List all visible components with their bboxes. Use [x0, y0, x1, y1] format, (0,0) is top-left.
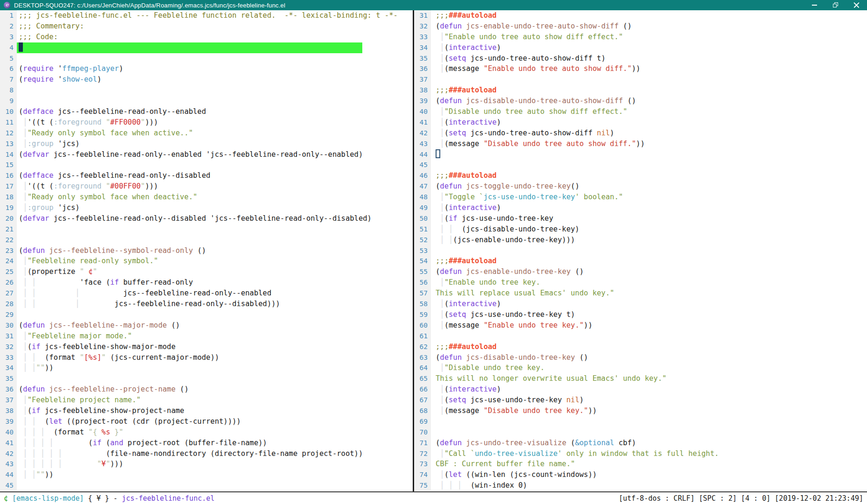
code-line: 28 │ │ │ jcs--feebleline-read-only--disa…	[0, 299, 413, 309]
code-segment: defun	[23, 385, 45, 393]
code-segment: "Disable undo tree auto show diff."	[484, 140, 636, 148]
code-segment: "	[141, 118, 145, 126]
indent-guide: │	[19, 267, 28, 276]
code-line: 45	[414, 160, 867, 170]
code-segment: jcs--feebleline-read-only--disabled)))	[80, 300, 280, 308]
indent-guide: │	[436, 107, 444, 116]
code-line: 70	[414, 427, 867, 438]
indent-guide: │	[436, 129, 444, 137]
code-line: 1;;; jcs-feebleline-func.el --- Feebleli…	[0, 10, 413, 21]
code-segment: jcs--feebleline-read-only--enabled	[80, 289, 272, 297]
code-line: 17 │'((t (:foreground "#00FF00")))	[0, 181, 413, 192]
code-segment: )	[497, 385, 501, 393]
line-number: 68	[414, 406, 431, 416]
line-number: 64	[414, 363, 431, 373]
code-text: │(if jcs-feebleline-show-project-name	[17, 406, 413, 416]
code-line: 62;;;###autoload	[414, 342, 867, 352]
line-number: 18	[0, 192, 17, 203]
code-line: 73CBF : Current buffer file name."	[414, 459, 867, 469]
minimize-button[interactable]	[804, 0, 825, 10]
code-segment: ¢	[88, 267, 92, 276]
code-segment: "	[80, 353, 84, 362]
line-number: 42	[0, 448, 17, 459]
code-segment: "Ready only symbol face when deactive."	[28, 193, 197, 201]
code-text: │ │ 'face (if buffer-read-only	[17, 277, 413, 288]
code-line: 61	[414, 331, 867, 342]
line-number: 51	[414, 224, 431, 235]
code-text	[17, 480, 413, 491]
line-number: 45	[0, 480, 17, 491]
indent-guide: │ │ │ │	[19, 439, 54, 447]
echo-segment: ¢	[4, 494, 8, 503]
code-line: 3;;; Code:	[0, 32, 413, 42]
code-segment: undo-tree-visualize	[475, 449, 557, 458]
editor-pane-right[interactable]: 31;;;###autoload32(defun jcs-enable-undo…	[414, 10, 867, 491]
code-segment: ;;; Commentary:	[19, 22, 84, 30]
code-text: (defvar jcs--feebleline-read-only--enabl…	[17, 149, 413, 160]
titlebar[interactable]: e DESKTOP-5QUO247: c:/Users/JenChieh/App…	[0, 0, 867, 10]
code-line: 66 │(interactive)	[414, 384, 867, 395]
indent-guide: │	[436, 310, 444, 319]
line-number: 34	[0, 363, 17, 373]
code-segment: ###autoload	[449, 257, 497, 265]
code-segment: "	[80, 267, 89, 276]
line-number: 39	[414, 96, 431, 106]
line-number: 25	[0, 266, 17, 277]
code-segment: defun	[440, 267, 462, 276]
code-segment: let	[49, 417, 62, 426]
code-segment: require	[23, 64, 53, 73]
code-text: │ │(jcs-enable-undo-tree-key)))	[431, 235, 867, 245]
code-text: │(if jcs-feebleline-show-major-mode	[17, 342, 413, 352]
code-text: │ │ (format "[%s]" (jcs-current-major-mo…	[17, 352, 413, 363]
code-line: 32(defun jcs-enable-undo-tree-auto-show-…	[414, 21, 867, 32]
line-number: 19	[0, 203, 17, 213]
code-segment: "Feebleline read-only symbol."	[28, 257, 158, 265]
indent-guide: │ │	[19, 364, 36, 372]
code-text: │"Enable undo tree auto show diff effect…	[431, 32, 867, 42]
indent-guide: │ │	[436, 236, 453, 244]
line-number: 17	[0, 181, 17, 192]
code-line: 37	[414, 74, 867, 85]
code-text: │(message "Disable undo tree auto show d…	[431, 139, 867, 149]
code-segment: ()	[575, 353, 588, 362]
restore-button[interactable]	[825, 0, 846, 10]
code-segment: &optional	[575, 439, 614, 447]
code-text: │(setq jcs-use-undo-tree-key nil)	[431, 395, 867, 406]
restore-icon	[833, 2, 839, 8]
code-segment	[62, 460, 97, 468]
emacs-icon: e	[4, 2, 10, 8]
code-line: 75 │ │ │ (win-index 0)	[414, 480, 867, 491]
code-text	[17, 85, 413, 96]
indent-guide: │	[19, 257, 28, 265]
code-segment: (	[444, 385, 449, 393]
line-number: 40	[414, 106, 431, 117]
line-number: 4	[0, 42, 17, 53]
line-number: 61	[414, 331, 431, 342]
code-line: 8	[0, 85, 413, 96]
code-segment: (format	[36, 353, 79, 362]
code-text: ;;;###autoload	[431, 170, 867, 181]
code-segment: "	[93, 267, 97, 276]
line-number: 5	[0, 53, 17, 64]
line-number: 29	[0, 309, 17, 320]
line-number: 65	[414, 373, 431, 384]
code-line: 25 │(propertize " ¢"	[0, 266, 413, 277]
line-number: 11	[0, 117, 17, 128]
code-segment: ""	[36, 364, 45, 372]
window-controls	[804, 0, 867, 10]
indent-guide: │ │ │	[19, 428, 45, 436]
code-line: 52 │ │(jcs-enable-undo-tree-key)))	[414, 235, 867, 245]
line-number: 26	[0, 277, 17, 288]
close-button[interactable]	[846, 0, 867, 10]
code-segment: "{	[88, 428, 101, 436]
editor-pane-left[interactable]: 1;;; jcs-feebleline-func.el --- Feebleli…	[0, 10, 413, 491]
code-segment: interactive	[449, 385, 497, 393]
code-segment	[462, 439, 466, 447]
code-segment: jcs--feebleline-read-only--enabled 'jcs-…	[49, 150, 363, 159]
indent-guide: │ │ │	[436, 481, 462, 490]
code-segment: ;;;	[436, 86, 449, 94]
code-line: 33 │"Enable undo tree auto show diff eff…	[414, 32, 867, 42]
line-number: 41	[414, 117, 431, 128]
line-number: 31	[414, 10, 431, 21]
code-text: This will replace usual Emacs' undo key.…	[431, 288, 867, 299]
